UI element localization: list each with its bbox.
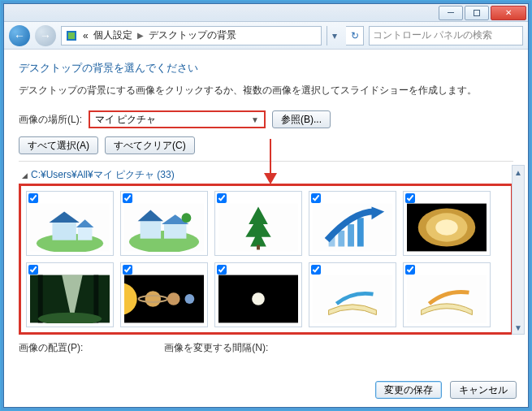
svg-rect-8	[78, 227, 93, 240]
bottom-row: 画像の配置(P): 画像を変更する間隔(N):	[19, 341, 513, 355]
browse-button-label: 参照(B)...	[281, 113, 322, 127]
actions: 変更の保存 キャンセル	[375, 381, 517, 399]
thumb-stage[interactable]	[403, 191, 491, 256]
thumb-checkbox[interactable]	[28, 193, 38, 203]
minimize-button[interactable]	[439, 6, 463, 20]
svg-rect-44	[407, 275, 487, 323]
svg-rect-14	[164, 224, 186, 239]
thumb-image	[30, 275, 110, 323]
thumb-book-1[interactable]	[309, 262, 396, 327]
svg-rect-6	[52, 223, 76, 240]
search-placeholder: コントロール パネルの検索	[373, 28, 492, 42]
thumb-checkbox[interactable]	[28, 265, 38, 275]
select-all-label: すべて選択(A)	[28, 139, 89, 153]
location-select[interactable]: マイ ピクチャ ▼	[89, 110, 266, 128]
thumb-book-2[interactable]	[403, 262, 491, 327]
cancel-button-label: キャンセル	[459, 383, 508, 397]
thumb-image	[313, 203, 392, 252]
thumb-checkbox[interactable]	[217, 265, 227, 275]
svg-point-37	[145, 291, 161, 307]
thumb-planets[interactable]	[120, 262, 208, 327]
group-header[interactable]: ◢ C:¥Users¥All¥マイ ピクチャ (33)	[22, 168, 513, 182]
nav-back-button[interactable]: ←	[9, 25, 30, 46]
selection-row: すべて選択(A) すべてクリア(C)	[19, 136, 513, 154]
save-button[interactable]: 変更の保存	[375, 381, 442, 399]
expand-icon: ◢	[22, 171, 28, 180]
thumb-checkbox[interactable]	[311, 193, 321, 203]
nav-forward-button[interactable]: →	[35, 25, 56, 46]
position-label: 画像の配置(P):	[19, 341, 83, 355]
thumb-moon[interactable]	[214, 262, 302, 327]
interval-label: 画像を変更する間隔(N):	[164, 341, 268, 355]
refresh-icon: ↻	[351, 30, 359, 41]
breadcrumb[interactable]: « 個人設定 ▶ デスクトップの背景	[61, 26, 322, 45]
thumb-image	[407, 203, 487, 252]
svg-rect-31	[38, 275, 43, 323]
close-button[interactable]: ✕	[491, 6, 526, 20]
titlebar: ✕	[4, 4, 528, 22]
thumb-forest[interactable]	[26, 262, 114, 327]
chevron-right-icon: ▶	[137, 31, 144, 40]
svg-point-40	[184, 294, 194, 304]
gallery-wrap: ◢ C:¥Users¥All¥マイ ピクチャ (33)	[19, 161, 513, 335]
svg-point-42	[252, 292, 265, 305]
location-value: マイ ピクチャ	[95, 113, 156, 127]
page-description: デスクトップの背景にする画像をクリックするか、複数の画像を選択してスライドショー…	[19, 84, 513, 97]
select-all-button[interactable]: すべて選択(A)	[19, 136, 98, 154]
breadcrumb-seg-1[interactable]: 個人設定	[93, 28, 132, 42]
breadcrumb-dropdown[interactable]: ▾	[327, 26, 341, 45]
thumb-checkbox[interactable]	[405, 193, 415, 203]
location-label: 画像の場所(L):	[19, 113, 82, 127]
maximize-icon	[474, 10, 480, 16]
minimize-icon	[448, 12, 454, 13]
svg-point-29	[435, 219, 457, 236]
thumb-image	[407, 275, 487, 323]
thumb-image	[313, 275, 392, 323]
arrow-left-icon: ←	[14, 30, 25, 41]
svg-rect-43	[313, 275, 392, 323]
group-title-text: C:¥Users¥All¥マイ ピクチャ (33)	[31, 168, 175, 182]
scroll-down-icon: ▼	[513, 321, 524, 334]
thumb-checkbox[interactable]	[405, 265, 415, 275]
scroll-up-icon: ▲	[513, 166, 524, 179]
thumb-checkbox[interactable]	[123, 193, 132, 203]
maximize-button[interactable]	[465, 6, 489, 20]
svg-point-16	[182, 213, 192, 223]
svg-point-39	[167, 292, 180, 305]
svg-rect-12	[141, 221, 161, 239]
thumb-arrow-chart[interactable]	[309, 191, 396, 256]
location-row: 画像の場所(L): マイ ピクチャ ▼ 参照(B)...	[19, 110, 513, 128]
svg-rect-23	[348, 224, 354, 246]
thumb-image	[124, 203, 204, 252]
svg-rect-19	[257, 245, 260, 250]
thumb-image	[218, 275, 298, 323]
breadcrumb-prefix: «	[83, 30, 89, 41]
thumb-house-2[interactable]	[120, 191, 208, 256]
content: デスクトップの背景を選んでください デスクトップの背景にする画像をクリックするか…	[4, 50, 528, 361]
svg-rect-1	[68, 32, 75, 39]
thumb-tree[interactable]	[214, 191, 302, 256]
search-input[interactable]: コントロール パネルの検索	[369, 26, 523, 45]
svg-rect-22	[338, 231, 344, 247]
thumb-house-1[interactable]	[26, 191, 114, 256]
thumb-checkbox[interactable]	[311, 265, 321, 275]
save-button-label: 変更の保存	[384, 383, 433, 397]
clear-all-label: すべてクリア(C)	[114, 139, 186, 153]
browse-button[interactable]: 参照(B)...	[272, 110, 331, 128]
thumb-image	[218, 203, 298, 252]
arrow-right-icon: →	[40, 30, 51, 41]
thumb-checkbox[interactable]	[217, 193, 227, 203]
page-title: デスクトップの背景を選んでください	[19, 61, 513, 76]
thumb-checkbox[interactable]	[123, 265, 132, 275]
gallery-scrollbar[interactable]: ▲ ▼	[512, 165, 525, 335]
chevron-down-icon: ▼	[251, 115, 259, 124]
clear-all-button[interactable]: すべてクリア(C)	[105, 136, 195, 154]
cancel-button[interactable]: キャンセル	[450, 381, 517, 399]
thumb-image	[30, 203, 110, 252]
chevron-down-icon: ▾	[332, 30, 337, 41]
breadcrumb-seg-2[interactable]: デスクトップの背景	[149, 28, 236, 42]
refresh-button[interactable]: ↻	[346, 26, 364, 45]
svg-rect-24	[357, 218, 364, 246]
control-panel-icon	[65, 29, 78, 42]
gallery	[19, 184, 513, 335]
